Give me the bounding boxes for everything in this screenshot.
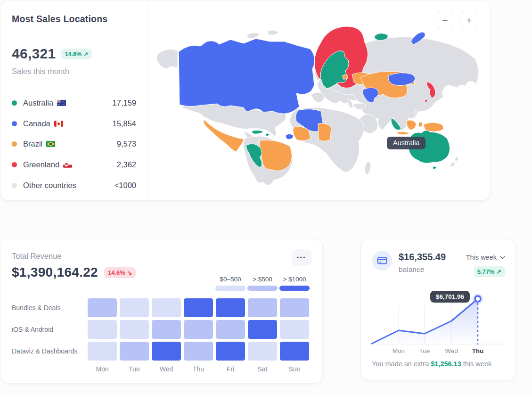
heatmap-cell[interactable]	[248, 320, 277, 339]
footer-amount: $1,256.13	[431, 360, 461, 368]
heatmap-cell[interactable]	[120, 298, 149, 317]
heatmap-cell[interactable]	[184, 298, 213, 317]
country-sales-value: <1000	[115, 181, 136, 190]
country-cuba[interactable]	[252, 130, 264, 134]
country-hispaniola[interactable]	[266, 133, 270, 136]
sales-stats-panel: Most Sales Locations 46,321 14.6% ↗ Sale…	[0, 0, 148, 200]
country-sales-value: 17,159	[113, 98, 136, 107]
country-sales-value: 15,854	[113, 119, 136, 128]
country-list-item[interactable]: Other countries<1000	[12, 175, 136, 196]
country-svalbard[interactable]	[375, 33, 388, 41]
country-guinea[interactable]	[286, 134, 294, 140]
heatmap-cell[interactable]	[216, 320, 245, 339]
country-new-zealand	[450, 162, 455, 167]
legend-swatch	[215, 286, 246, 291]
country-sulawesi[interactable]	[418, 122, 423, 127]
country-name: Canada	[23, 119, 63, 128]
chart-tick-label: Mon	[393, 347, 405, 354]
country-canada[interactable]	[179, 39, 315, 114]
heatmap-cell[interactable]	[152, 342, 181, 361]
map-tooltip: Australia	[387, 137, 426, 149]
heatmap-cell[interactable]	[248, 298, 277, 317]
legend-label: $0–500	[215, 276, 246, 283]
sales-total-value: 46,321	[12, 46, 56, 62]
heatmap-cell[interactable]	[120, 320, 149, 339]
country-name: Australia	[23, 98, 66, 107]
country-alaska	[156, 49, 178, 69]
world-map[interactable]	[151, 12, 487, 197]
chart-tick-label: Wed	[445, 347, 458, 354]
revenue-amount-row: $1,390,164.22 14.6% ↘	[12, 265, 136, 280]
chart-tick-label: Tue	[419, 347, 430, 354]
heatmap-cell[interactable]	[152, 320, 181, 339]
arctic-islands	[268, 30, 278, 35]
chart-tick-label: Thu	[472, 347, 484, 354]
heatmap-cell[interactable]	[184, 320, 213, 339]
sales-trend-badge: 14.6% ↗	[61, 49, 92, 59]
legend-item: > $1000	[279, 276, 310, 291]
country-name: Brazil	[23, 140, 55, 148]
heatmap-legend: $0–500> $500> $1000	[215, 276, 310, 291]
heatmap-cell[interactable]	[184, 342, 213, 361]
heatmap-cell[interactable]	[248, 342, 277, 361]
sales-total-row: 46,321 14.6% ↗	[12, 46, 92, 62]
heatmap-grid	[88, 298, 309, 361]
br-flag-icon	[46, 141, 55, 147]
heatmap-day-labels: MonTueWedThuFriSatSun	[88, 365, 309, 373]
country-brazil[interactable]	[260, 140, 292, 171]
day-label: Fri	[216, 365, 245, 373]
balance-label: balance	[399, 265, 424, 274]
country-japan[interactable]	[425, 99, 428, 102]
country-java[interactable]	[397, 131, 410, 134]
ca-flag-icon	[54, 121, 63, 127]
revenue-title: Total Revenue	[12, 252, 62, 261]
page-title: Most Sales Locations	[12, 14, 107, 25]
map-zoom-controls: − +	[436, 11, 478, 29]
heatmap-cell[interactable]	[280, 342, 309, 361]
country-borneo[interactable]	[407, 120, 416, 130]
country-list: Australia17,159Canada15,854Brazil9,573Gr…	[12, 93, 136, 196]
day-label: Sat	[248, 365, 277, 373]
country-chad[interactable]	[318, 123, 331, 141]
dashboard: Most Sales Locations 46,321 14.6% ↗ Sale…	[0, 0, 532, 394]
heatmap-cell[interactable]	[216, 298, 245, 317]
country-list-item[interactable]: Canada15,854	[12, 114, 136, 134]
heatmap-cell[interactable]	[120, 342, 149, 361]
legend-swatch	[247, 286, 278, 291]
legend-item: > $500	[247, 276, 278, 291]
footer-suffix: this week	[461, 360, 491, 368]
heatmap-cell[interactable]	[152, 298, 181, 317]
country-name: Greenland	[23, 160, 72, 169]
heatmap-row-labels: Bundles & DealsiOS & AndroidDataviz & Da…	[12, 298, 77, 363]
zoom-out-button[interactable]: −	[436, 11, 454, 29]
heatmap-cell[interactable]	[280, 320, 309, 339]
heatmap-row-label: iOS & Android	[12, 320, 77, 339]
zoom-in-button[interactable]: +	[460, 11, 478, 29]
revenue-trend-badge: 14.6% ↘	[104, 267, 136, 278]
period-dropdown[interactable]: This week	[466, 254, 505, 261]
legend-swatch	[279, 286, 310, 291]
chart-marker	[475, 296, 481, 302]
country-tasmania[interactable]	[433, 166, 436, 169]
chevron-down-icon	[500, 256, 505, 259]
country-sales-value: 9,573	[117, 140, 136, 148]
country-color-dot	[12, 121, 17, 126]
total-revenue-card: Total Revenue $1,390,164.22 14.6% ↘ ••• …	[0, 239, 323, 384]
chart-tooltip: $6,701.96	[430, 291, 470, 303]
country-list-item[interactable]: Australia17,159	[12, 93, 136, 114]
heatmap-cell[interactable]	[216, 342, 245, 361]
heatmap-cell[interactable]	[88, 342, 117, 361]
balance-footer: You made an extra $1,256.13 this week	[372, 360, 491, 368]
more-options-button[interactable]: •••	[292, 249, 311, 266]
balance-trend-badge: 5.77% ↗	[474, 266, 505, 277]
heatmap-row-label: Dataviz & Dashboards	[12, 342, 77, 361]
revenue-amount: $1,390,164.22	[12, 265, 98, 280]
day-label: Wed	[152, 365, 181, 373]
heatmap-cell[interactable]	[280, 298, 309, 317]
country-list-item[interactable]: Greenland2,362	[12, 155, 136, 175]
heatmap-cell[interactable]	[88, 320, 117, 339]
heatmap-cell[interactable]	[88, 298, 117, 317]
heatmap-row-label: Bundles & Deals	[12, 298, 77, 317]
legend-label: > $1000	[279, 276, 310, 283]
country-list-item[interactable]: Brazil9,573	[12, 134, 136, 155]
